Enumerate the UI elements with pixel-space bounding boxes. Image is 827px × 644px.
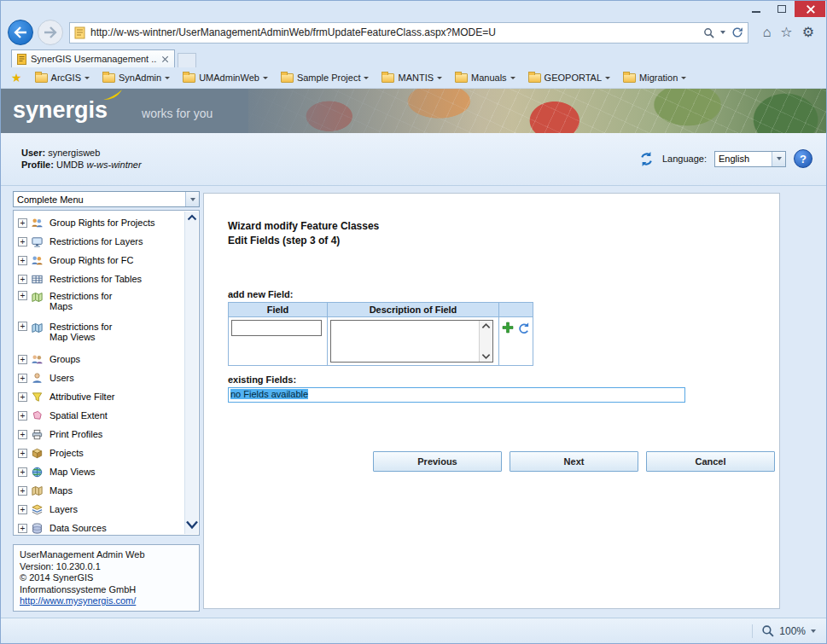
tree-item-groups: + Groups (15, 350, 183, 368)
tree-item-group-rights-projects: + Group Rights for Projects (15, 213, 183, 232)
expand-icon[interactable]: + (18, 256, 27, 265)
home-icon[interactable]: ⌂ (763, 26, 772, 39)
maximize-button[interactable] (769, 1, 795, 17)
favorite-arcgis[interactable]: ArcGIS (35, 73, 90, 83)
profile-label: Profile: (21, 160, 54, 170)
page-icon (74, 26, 85, 39)
folder-icon (35, 73, 48, 83)
expand-icon[interactable]: + (18, 322, 27, 331)
scroll-up-icon[interactable] (187, 214, 197, 221)
tree-item-restrictions-layers: + Restrictions for Layers (15, 232, 183, 251)
existing-fields-listbox[interactable]: no Fields available (228, 387, 685, 403)
synergis-logo: synergis (13, 97, 108, 124)
refresh-language-icon[interactable] (638, 151, 655, 167)
tab-favicon (17, 54, 26, 65)
expand-icon[interactable]: + (18, 374, 27, 383)
user-value: synergisweb (48, 148, 100, 158)
tab-close-icon[interactable] (161, 55, 169, 63)
field-name-input[interactable] (231, 320, 322, 336)
previous-button[interactable]: Previous (373, 451, 502, 472)
expand-icon[interactable]: + (18, 275, 27, 284)
column-header-description: Description of Field (328, 303, 499, 317)
group-rights-projects-icon (31, 217, 46, 229)
tab-synergis-usermanagement[interactable]: SynerGIS Usermanagement ... (11, 49, 175, 67)
favorite-umadminweb[interactable]: UMAdminWeb (183, 73, 268, 83)
footer-link[interactable]: http://www.mysynergis.com/ (20, 595, 136, 606)
language-select[interactable]: English (714, 151, 786, 167)
expand-icon[interactable]: + (18, 291, 27, 300)
select-arrow-button[interactable] (185, 192, 199, 206)
scroll-up-icon[interactable] (481, 322, 491, 329)
chevron-down-icon (364, 77, 369, 79)
favorites-star-icon[interactable]: ★ (11, 72, 22, 84)
expand-icon[interactable]: + (18, 355, 27, 364)
search-icon[interactable] (703, 27, 714, 38)
zoom-dropdown-caret[interactable] (811, 629, 816, 633)
existing-fields-empty-item: no Fields available (230, 389, 308, 399)
cancel-button[interactable]: Cancel (646, 451, 775, 472)
textarea-scrollbar[interactable] (479, 321, 492, 362)
chevron-down-icon (510, 77, 515, 79)
page-content: Complete Menu + Group Rights for Project… (1, 186, 826, 618)
add-field-icon[interactable] (502, 322, 514, 334)
tree-item-layers: + Layers (15, 500, 183, 519)
restrictions-map-views-icon (31, 322, 46, 334)
field-description-textarea[interactable] (331, 321, 479, 362)
expand-icon[interactable]: + (18, 449, 27, 458)
favorites-bar: ★ ArcGIS SynAdmin UMAdminWeb Sample Proj… (1, 67, 826, 89)
tab-bar: SynerGIS Usermanagement ... (1, 49, 826, 67)
favorite-synadmin[interactable]: SynAdmin (102, 73, 170, 83)
favorite-sample-project[interactable]: Sample Project (281, 73, 370, 83)
minimize-icon (752, 11, 760, 13)
refresh-icon[interactable] (731, 26, 743, 38)
favorite-geoportal[interactable]: GEOPORTAL (528, 73, 610, 83)
folder-icon (102, 73, 115, 83)
url-text: http://w-ws-wintner/UserManagementAdminW… (90, 26, 698, 38)
projects-icon (31, 447, 46, 460)
favorite-mantis[interactable]: MANTIS (381, 73, 442, 83)
close-button[interactable] (795, 1, 825, 17)
favorite-migration[interactable]: Migration (623, 73, 686, 83)
expand-icon[interactable]: + (18, 218, 27, 228)
select-arrow-button[interactable] (772, 152, 785, 166)
tree-item-users: + Users (15, 368, 183, 387)
menu-select[interactable]: Complete Menu (13, 191, 200, 207)
address-bar[interactable]: http://w-ws-wintner/UserManagementAdminW… (69, 22, 748, 44)
expand-icon[interactable]: + (18, 505, 27, 514)
tree-item-attributive-filter: + Attributive Filter (15, 387, 183, 406)
search-dropdown-caret[interactable] (720, 31, 725, 34)
next-button[interactable]: Next (510, 451, 638, 472)
scroll-down-icon[interactable] (481, 353, 491, 360)
expand-icon[interactable]: + (18, 467, 27, 477)
tree-item-restrictions-tables: + Restrictions for Tables (15, 270, 183, 288)
tree-scrollbar[interactable] (184, 212, 198, 534)
add-new-field-label: add new Field: (228, 289, 293, 299)
new-tab-button[interactable] (178, 53, 196, 67)
favorite-manuals[interactable]: Manuals (455, 73, 515, 83)
back-button[interactable] (8, 20, 33, 45)
expand-icon[interactable]: + (18, 524, 27, 533)
favorites-icon[interactable]: ☆ (780, 26, 792, 39)
minimize-button[interactable] (743, 1, 769, 17)
zoom-level: 100% (779, 625, 806, 637)
scroll-down-icon[interactable] (185, 519, 199, 531)
zoom-control[interactable]: 100% (752, 618, 816, 643)
expand-icon[interactable]: + (18, 392, 27, 402)
expand-icon[interactable]: + (18, 486, 27, 496)
settings-gear-icon[interactable]: ⚙ (802, 26, 814, 39)
forward-button[interactable] (38, 20, 63, 45)
expand-icon[interactable]: + (18, 237, 27, 247)
chevron-down-icon (777, 157, 782, 160)
expand-icon[interactable]: + (18, 411, 27, 421)
tagline: works for you (142, 107, 213, 120)
chevron-down-icon (605, 77, 610, 79)
undo-icon[interactable] (517, 322, 530, 334)
help-button[interactable]: ? (794, 149, 812, 168)
tree-item-restrictions-map-views: + Restrictions for Map Views (15, 319, 183, 350)
tree-item-print-profiles: + Print Profiles (15, 425, 183, 444)
filter-icon (31, 391, 46, 403)
chevron-down-icon (437, 77, 442, 79)
users-icon (31, 372, 46, 385)
expand-icon[interactable]: + (18, 430, 27, 439)
field-description-box (330, 320, 493, 363)
